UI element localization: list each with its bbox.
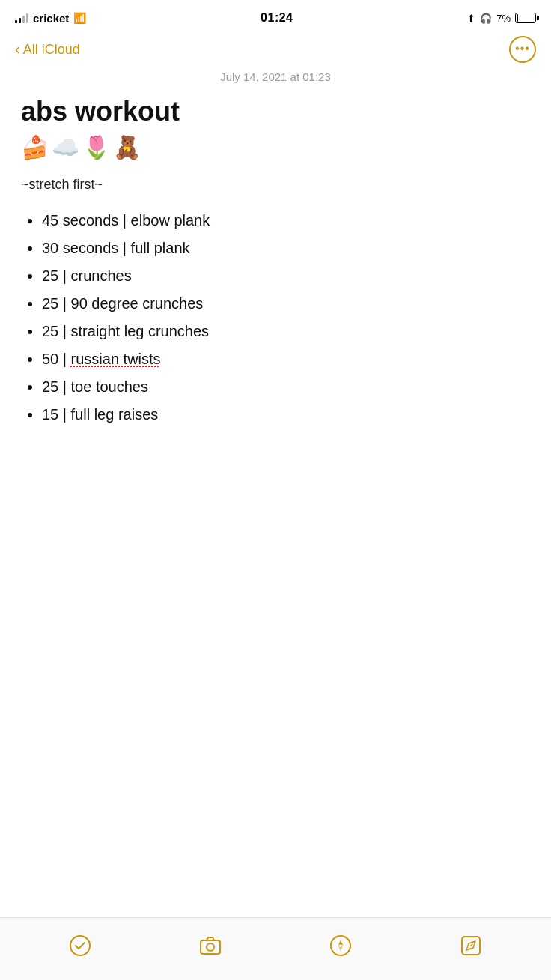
edit-button[interactable] [452,927,490,964]
camera-icon [198,934,222,958]
note-emojis: 🍰☁️🌷🧸 [21,134,530,160]
workout-list: 45 seconds | elbow plank 30 seconds | fu… [21,209,530,426]
status-bar: cricket 📶 01:24 ⬆ 🎧 7% [0,0,551,33]
carrier-label: cricket [33,12,69,25]
svg-point-3 [331,936,350,955]
edit-icon [459,934,483,958]
svg-line-7 [471,944,472,946]
list-item: 45 seconds | elbow plank [42,209,530,232]
battery-percent: 7% [496,13,511,24]
svg-rect-1 [201,940,220,954]
compass-icon [329,934,353,958]
svg-marker-5 [338,946,343,952]
note-content: July 14, 2021 at 01:23 abs workout 🍰☁️🌷🧸… [0,70,551,426]
signal-bars-icon [15,13,28,23]
list-item: 30 seconds | full plank [42,237,530,260]
battery-icon [515,13,536,23]
note-date: July 14, 2021 at 01:23 [21,70,530,83]
more-button[interactable]: ••• [509,36,536,63]
status-left: cricket 📶 [15,12,86,25]
headphone-icon: 🎧 [480,13,492,24]
clock: 01:24 [261,11,293,25]
status-right: ⬆ 🎧 7% [467,13,536,24]
svg-point-0 [70,936,90,955]
stretch-text: ~stretch first~ [21,177,530,193]
bottom-toolbar [0,917,551,980]
list-item: 50 | russian twists [42,348,530,371]
list-item: 25 | 90 degree crunches [42,292,530,315]
list-item: 15 | full leg raises [42,403,530,426]
note-title: abs workout [21,97,530,127]
russian-twists-text: russian twists [71,351,161,367]
compass-button[interactable] [322,927,359,964]
wifi-icon: 📶 [73,12,86,24]
list-item: 25 | toe touches [42,375,530,399]
camera-button[interactable] [192,927,229,964]
list-item: 25 | crunches [42,264,530,288]
back-label: All iCloud [23,42,80,58]
svg-marker-4 [338,940,343,946]
location-icon: ⬆ [467,13,475,24]
checkmark-icon [68,934,92,958]
chevron-left-icon: ‹ [15,40,20,58]
back-button[interactable]: ‹ All iCloud [15,41,80,58]
nav-bar: ‹ All iCloud ••• [0,33,551,70]
checkmark-button[interactable] [61,927,99,964]
svg-point-2 [207,943,214,951]
list-item: 25 | straight leg crunches [42,320,530,343]
ellipsis-icon: ••• [515,42,530,55]
